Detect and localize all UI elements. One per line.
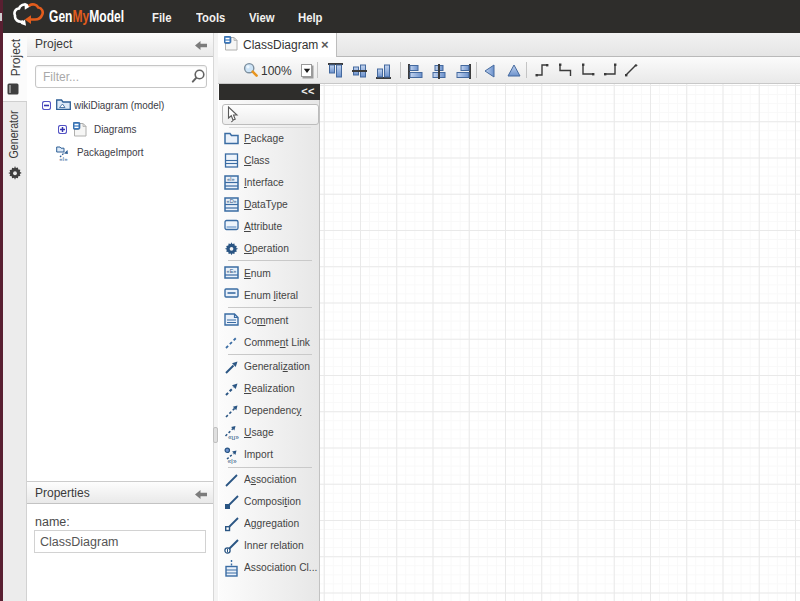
svg-text:«I»: «I» xyxy=(228,458,237,465)
svg-text:«I»: «I» xyxy=(59,156,68,162)
svg-text:«u»: «u» xyxy=(228,434,239,441)
svg-text:«E»: «E» xyxy=(227,268,237,274)
svg-text:«D»: «D» xyxy=(227,198,237,204)
svg-text:«I»: «I» xyxy=(227,176,235,182)
